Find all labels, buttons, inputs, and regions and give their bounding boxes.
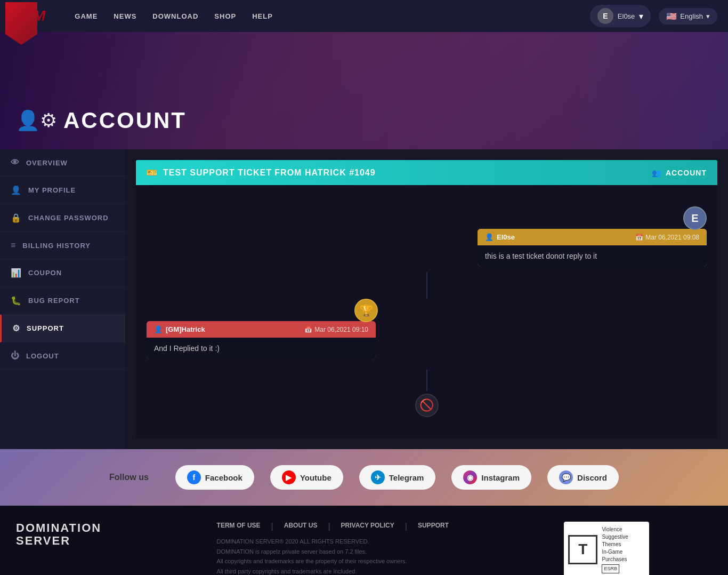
sidebar-item-bug-report[interactable]: 🐛 BUG REPORT: [0, 287, 125, 315]
gm-msg-bubble: 👤 [GM]Hatrick 📅 Mar 06,2021 09:10 And I …: [147, 321, 376, 359]
instagram-icon: ◉: [463, 470, 477, 484]
footer-copyright-2: DOMINATION is rappelz private server bas…: [217, 547, 449, 557]
user-menu-button[interactable]: E El0se ▾: [590, 5, 651, 27]
nav-game[interactable]: GAME: [72, 10, 100, 23]
footer-copyright-4: All third party copyrights and trademark…: [217, 566, 449, 575]
language-arrow: ▾: [706, 12, 710, 20]
nav-shop[interactable]: SHOP: [212, 10, 239, 23]
account-icon: 👤⚙: [16, 109, 57, 132]
facebook-button[interactable]: f Facebook: [175, 465, 254, 490]
user-msg-header: 👤 El0se 📅 Mar 06,2021 09:08: [478, 229, 707, 245]
gm-msg-timestamp: Mar 06,2021 09:10: [314, 326, 368, 333]
facebook-icon: f: [187, 470, 201, 484]
ticket-header: 🎫 Test Support Ticket From hatrick #1049…: [136, 160, 717, 185]
youtube-button[interactable]: ▶ Youtube: [270, 465, 343, 490]
sidebar-label-change-password: CHANGE PASSWORD: [28, 214, 109, 222]
user-dropdown-arrow: ▾: [639, 11, 643, 21]
logout-icon: ⏻: [11, 351, 20, 361]
content-area: 🎫 Test Support Ticket From hatrick #1049…: [125, 149, 728, 449]
discord-button[interactable]: 💬 Discord: [547, 465, 619, 490]
logo-wrapper: DOM: [11, 7, 61, 25]
user-sender-name: El0se: [497, 233, 515, 241]
rating-line1: Violence: [602, 526, 645, 533]
footer-center: TERM OF USE | ABOUT US | PRIVACY POLICY …: [217, 522, 449, 575]
support-icon: ⚙: [12, 323, 20, 333]
flag-icon: 🇺🇸: [666, 11, 677, 21]
account-section-icon: 👥: [652, 169, 661, 177]
sidebar-label-coupon: COUPON: [28, 269, 62, 277]
hero-banner: 👤⚙ ACCOUNT: [0, 32, 728, 149]
footer-bottom: DOMINATION SERVER TERM OF USE | ABOUT US…: [0, 506, 728, 575]
facebook-label: Facebook: [205, 473, 242, 482]
sidebar-item-overview[interactable]: 👁 OVERVIEW: [0, 149, 125, 177]
esrb-label: ESRB: [602, 564, 619, 573]
bug-report-icon: 🐛: [11, 296, 22, 306]
rating-box: T Violence Suggestive Themes In-Game Pur…: [564, 522, 649, 575]
social-footer: Follow us f Facebook ▶ Youtube ✈ Telegra…: [0, 449, 728, 506]
connector-line-2: [426, 370, 427, 391]
footer-link-terms[interactable]: TERM OF USE: [217, 522, 261, 531]
nav-news[interactable]: NEWS: [111, 10, 139, 23]
footer-link-privacy[interactable]: PRIVACY POLICY: [341, 522, 394, 531]
language-selector[interactable]: 🇺🇸 English ▾: [659, 8, 717, 25]
connector-line: [426, 272, 427, 299]
footer-logo: DOMINATION SERVER: [16, 522, 101, 547]
telegram-icon: ✈: [371, 470, 385, 484]
gm-msg-body: And I Replied to it :): [147, 338, 376, 359]
footer-link-support[interactable]: SUPPORT: [418, 522, 449, 531]
no-reply-icon: 🚫: [415, 394, 439, 417]
user-msg-body: this is a test ticket donot reply to it: [478, 245, 707, 267]
nav-help[interactable]: HELP: [249, 10, 276, 23]
discord-icon: 💬: [559, 470, 573, 484]
user-msg-timestamp: Mar 06,2021 09:08: [645, 234, 699, 241]
ticket-container: 🎫 Test Support Ticket From hatrick #1049…: [136, 160, 717, 438]
instagram-button[interactable]: ◉ Instagram: [451, 465, 531, 490]
rating-line3: In-Game Purchases: [602, 548, 645, 563]
coupon-icon: 📊: [11, 268, 22, 278]
sidebar-item-support[interactable]: ⚙ SUPPORT: [0, 315, 125, 342]
user-msg-sender: 👤 El0se: [485, 233, 515, 241]
sidebar-label-billing-history: BILLING HISTORY: [22, 242, 91, 250]
gm-msg-time: 📅 Mar 06,2021 09:10: [304, 326, 368, 333]
telegram-button[interactable]: ✈ Telegram: [359, 465, 436, 490]
gm-time-icon: 📅: [304, 326, 312, 333]
billing-history-icon: ≡: [11, 241, 16, 250]
sidebar-item-my-profile[interactable]: 👤 MY PROFILE: [0, 177, 125, 204]
rating-info: Violence Suggestive Themes In-Game Purch…: [602, 526, 645, 573]
footer-copyright-1: DOMINATION SERVER® 2020 ALL RIGHTS RESER…: [217, 537, 449, 547]
sidebar-item-logout[interactable]: ⏻ LOGOUT: [0, 342, 125, 370]
gm-sender-icon: 👤: [154, 325, 163, 333]
overview-icon: 👁: [11, 158, 20, 167]
youtube-label: Youtube: [300, 473, 331, 482]
ticket-icon: 🎫: [147, 167, 158, 178]
ticket-body: E 👤 El0se 📅 Mar 06,2021 09:08: [136, 185, 717, 438]
footer-right: T Violence Suggestive Themes In-Game Pur…: [564, 522, 712, 575]
main-layout: 👁 OVERVIEW 👤 MY PROFILE 🔒 CHANGE PASSWOR…: [0, 149, 728, 449]
footer-link-about[interactable]: ABOUT US: [284, 522, 318, 531]
sidebar-item-billing-history[interactable]: ≡ BILLING HISTORY: [0, 232, 125, 259]
user-msg-time: 📅 Mar 06,2021 09:08: [635, 234, 699, 241]
footer-logo-line2: SERVER: [16, 534, 101, 547]
gm-sender-name: [GM]Hatrick: [166, 325, 205, 333]
user-msg-bubble: 👤 El0se 📅 Mar 06,2021 09:08 this is a te…: [478, 229, 707, 267]
account-title-text: ACCOUNT: [63, 108, 187, 133]
user-sender-icon: 👤: [485, 233, 494, 241]
sidebar-label-bug-report: BUG REPORT: [28, 297, 80, 305]
gm-msg-header: 👤 [GM]Hatrick 📅 Mar 06,2021 09:10: [147, 321, 376, 338]
sidebar-item-coupon[interactable]: 📊 COUPON: [0, 259, 125, 287]
header-right: E El0se ▾ 🇺🇸 English ▾: [590, 5, 717, 27]
ticket-title-left: 🎫 Test Support Ticket From hatrick #1049: [147, 167, 376, 178]
user-time-icon: 📅: [635, 234, 643, 241]
gm-msg-avatar: 🏆: [354, 299, 378, 322]
user-avatar: E: [597, 8, 613, 24]
user-msg-avatar: E: [683, 206, 707, 230]
sidebar-item-change-password[interactable]: 🔒 CHANGE PASSWORD: [0, 204, 125, 232]
footer-logo-line1: DOMINATION: [16, 522, 101, 534]
message-gm: 🏆 👤 [GM]Hatrick 📅 Mar 06,2021 09:10: [147, 299, 707, 359]
username-label: El0se: [618, 12, 635, 20]
nav-download[interactable]: DOWNLOAD: [150, 10, 201, 23]
footer-copyright-3: All copyrights and trademarks are the pr…: [217, 556, 449, 566]
footer-links: TERM OF USE | ABOUT US | PRIVACY POLICY …: [217, 522, 449, 531]
main-nav: GAME NEWS DOWNLOAD SHOP HELP: [72, 10, 590, 23]
message-user: E 👤 El0se 📅 Mar 06,2021 09:08: [147, 206, 707, 267]
